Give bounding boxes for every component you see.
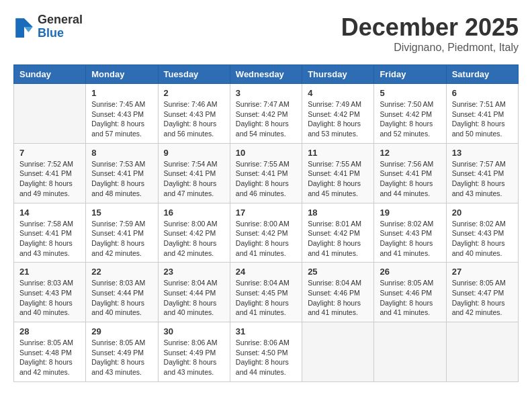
- title-block: December 2025 Divignano, Piedmont, Italy: [341, 13, 519, 54]
- logo: General Blue: [13, 13, 83, 40]
- day-info: Sunrise: 8:05 AMSunset: 4:49 PMDaylight:…: [91, 338, 152, 377]
- day-number: 14: [19, 208, 80, 218]
- day-info: Sunrise: 7:56 AMSunset: 4:41 PMDaylight:…: [380, 159, 440, 199]
- day-number: 10: [236, 148, 296, 158]
- calendar-cell: 19Sunrise: 8:02 AMSunset: 4:43 PMDayligh…: [374, 203, 446, 263]
- day-info: Sunrise: 8:04 AMSunset: 4:46 PMDaylight:…: [308, 278, 368, 318]
- day-number: 28: [19, 326, 80, 336]
- day-info: Sunrise: 8:02 AMSunset: 4:43 PMDaylight:…: [380, 219, 440, 259]
- calendar-cell: 16Sunrise: 8:00 AMSunset: 4:42 PMDayligh…: [158, 203, 230, 263]
- day-info: Sunrise: 7:49 AMSunset: 4:42 PMDaylight:…: [308, 99, 368, 139]
- calendar-cell: 17Sunrise: 8:00 AMSunset: 4:42 PMDayligh…: [230, 203, 302, 263]
- calendar-cell: 12Sunrise: 7:56 AMSunset: 4:41 PMDayligh…: [374, 143, 446, 203]
- day-info: Sunrise: 8:00 AMSunset: 4:42 PMDaylight:…: [236, 219, 296, 259]
- day-number: 7: [19, 148, 80, 158]
- day-number: 24: [236, 267, 296, 277]
- day-number: 9: [164, 148, 224, 158]
- day-number: 16: [164, 208, 224, 218]
- day-info: Sunrise: 8:04 AMSunset: 4:44 PMDaylight:…: [164, 278, 224, 318]
- calendar-week-row: 21Sunrise: 8:03 AMSunset: 4:43 PMDayligh…: [14, 263, 519, 322]
- day-number: 22: [91, 267, 152, 277]
- weekday-header: Wednesday: [230, 65, 302, 84]
- calendar-cell: 20Sunrise: 8:02 AMSunset: 4:43 PMDayligh…: [446, 203, 518, 263]
- weekday-header: Monday: [86, 65, 158, 84]
- day-number: 23: [164, 267, 224, 277]
- calendar-cell: 24Sunrise: 8:04 AMSunset: 4:45 PMDayligh…: [230, 263, 302, 322]
- svg-marker-1: [24, 27, 33, 32]
- calendar-cell: 3Sunrise: 7:47 AMSunset: 4:42 PMDaylight…: [230, 84, 302, 144]
- calendar-cell: 29Sunrise: 8:05 AMSunset: 4:49 PMDayligh…: [86, 322, 158, 382]
- day-info: Sunrise: 7:53 AMSunset: 4:41 PMDaylight:…: [91, 159, 152, 199]
- day-number: 5: [380, 88, 440, 98]
- day-info: Sunrise: 7:47 AMSunset: 4:42 PMDaylight:…: [236, 99, 296, 139]
- calendar-cell: 7Sunrise: 7:52 AMSunset: 4:41 PMDaylight…: [14, 143, 86, 203]
- svg-marker-0: [24, 18, 33, 27]
- day-number: 3: [236, 88, 296, 98]
- logo-line2: Blue: [38, 27, 83, 40]
- calendar-cell: 31Sunrise: 8:06 AMSunset: 4:50 PMDayligh…: [230, 322, 302, 382]
- weekday-header-row: SundayMondayTuesdayWednesdayThursdayFrid…: [14, 65, 519, 84]
- day-number: 4: [308, 88, 368, 98]
- calendar-cell: 6Sunrise: 7:51 AMSunset: 4:41 PMDaylight…: [446, 84, 518, 144]
- page-header: General Blue December 2025 Divignano, Pi…: [13, 13, 519, 54]
- day-number: 2: [164, 88, 224, 98]
- day-number: 27: [452, 267, 513, 277]
- day-number: 29: [91, 326, 152, 336]
- calendar-cell: 5Sunrise: 7:50 AMSunset: 4:42 PMDaylight…: [374, 84, 446, 144]
- day-info: Sunrise: 8:02 AMSunset: 4:43 PMDaylight:…: [452, 219, 513, 259]
- calendar-cell: 14Sunrise: 7:58 AMSunset: 4:41 PMDayligh…: [14, 203, 86, 263]
- svg-rect-2: [15, 18, 24, 38]
- day-info: Sunrise: 8:06 AMSunset: 4:50 PMDaylight:…: [236, 338, 296, 377]
- day-number: 11: [308, 148, 368, 158]
- day-number: 20: [452, 208, 513, 218]
- calendar-cell: 15Sunrise: 7:59 AMSunset: 4:41 PMDayligh…: [86, 203, 158, 263]
- weekday-header: Friday: [374, 65, 446, 84]
- calendar-week-row: 1Sunrise: 7:45 AMSunset: 4:43 PMDaylight…: [14, 84, 519, 144]
- weekday-header: Sunday: [14, 65, 86, 84]
- day-info: Sunrise: 7:50 AMSunset: 4:42 PMDaylight:…: [380, 99, 440, 139]
- day-info: Sunrise: 7:58 AMSunset: 4:41 PMDaylight:…: [19, 219, 80, 259]
- calendar-cell: 8Sunrise: 7:53 AMSunset: 4:41 PMDaylight…: [86, 143, 158, 203]
- day-info: Sunrise: 7:55 AMSunset: 4:41 PMDaylight:…: [308, 159, 368, 199]
- day-info: Sunrise: 8:05 AMSunset: 4:48 PMDaylight:…: [19, 338, 80, 377]
- calendar-cell: 25Sunrise: 8:04 AMSunset: 4:46 PMDayligh…: [302, 263, 374, 322]
- day-number: 12: [380, 148, 440, 158]
- day-number: 18: [308, 208, 368, 218]
- calendar-cell: [302, 322, 374, 382]
- calendar-cell: [374, 322, 446, 382]
- day-number: 6: [452, 88, 513, 98]
- day-info: Sunrise: 8:05 AMSunset: 4:46 PMDaylight:…: [380, 278, 440, 318]
- location: Divignano, Piedmont, Italy: [341, 42, 519, 54]
- calendar-cell: 13Sunrise: 7:57 AMSunset: 4:41 PMDayligh…: [446, 143, 518, 203]
- day-number: 15: [91, 208, 152, 218]
- calendar-cell: [446, 322, 518, 382]
- calendar-cell: [14, 84, 86, 144]
- calendar-cell: 18Sunrise: 8:01 AMSunset: 4:42 PMDayligh…: [302, 203, 374, 263]
- calendar-cell: 11Sunrise: 7:55 AMSunset: 4:41 PMDayligh…: [302, 143, 374, 203]
- day-info: Sunrise: 8:00 AMSunset: 4:42 PMDaylight:…: [164, 219, 224, 259]
- calendar-week-row: 28Sunrise: 8:05 AMSunset: 4:48 PMDayligh…: [14, 322, 519, 382]
- day-info: Sunrise: 7:54 AMSunset: 4:41 PMDaylight:…: [164, 159, 224, 199]
- day-info: Sunrise: 8:06 AMSunset: 4:49 PMDaylight:…: [164, 338, 224, 377]
- day-number: 31: [236, 326, 296, 336]
- day-info: Sunrise: 8:03 AMSunset: 4:43 PMDaylight:…: [19, 278, 80, 318]
- day-info: Sunrise: 7:51 AMSunset: 4:41 PMDaylight:…: [452, 99, 513, 139]
- calendar-cell: 2Sunrise: 7:46 AMSunset: 4:43 PMDaylight…: [158, 84, 230, 144]
- day-info: Sunrise: 7:59 AMSunset: 4:41 PMDaylight:…: [91, 219, 152, 259]
- day-info: Sunrise: 7:55 AMSunset: 4:41 PMDaylight:…: [236, 159, 296, 199]
- calendar-week-row: 14Sunrise: 7:58 AMSunset: 4:41 PMDayligh…: [14, 203, 519, 263]
- day-info: Sunrise: 7:57 AMSunset: 4:41 PMDaylight:…: [452, 159, 513, 199]
- day-number: 26: [380, 267, 440, 277]
- calendar-cell: 10Sunrise: 7:55 AMSunset: 4:41 PMDayligh…: [230, 143, 302, 203]
- calendar-cell: 27Sunrise: 8:05 AMSunset: 4:47 PMDayligh…: [446, 263, 518, 322]
- day-info: Sunrise: 8:03 AMSunset: 4:44 PMDaylight:…: [91, 278, 152, 318]
- calendar: SundayMondayTuesdayWednesdayThursdayFrid…: [13, 64, 519, 382]
- day-number: 17: [236, 208, 296, 218]
- day-info: Sunrise: 8:01 AMSunset: 4:42 PMDaylight:…: [308, 219, 368, 259]
- calendar-cell: 26Sunrise: 8:05 AMSunset: 4:46 PMDayligh…: [374, 263, 446, 322]
- day-number: 30: [164, 326, 224, 336]
- calendar-cell: 22Sunrise: 8:03 AMSunset: 4:44 PMDayligh…: [86, 263, 158, 322]
- calendar-week-row: 7Sunrise: 7:52 AMSunset: 4:41 PMDaylight…: [14, 143, 519, 203]
- day-info: Sunrise: 8:04 AMSunset: 4:45 PMDaylight:…: [236, 278, 296, 318]
- logo-line1: General: [38, 13, 83, 27]
